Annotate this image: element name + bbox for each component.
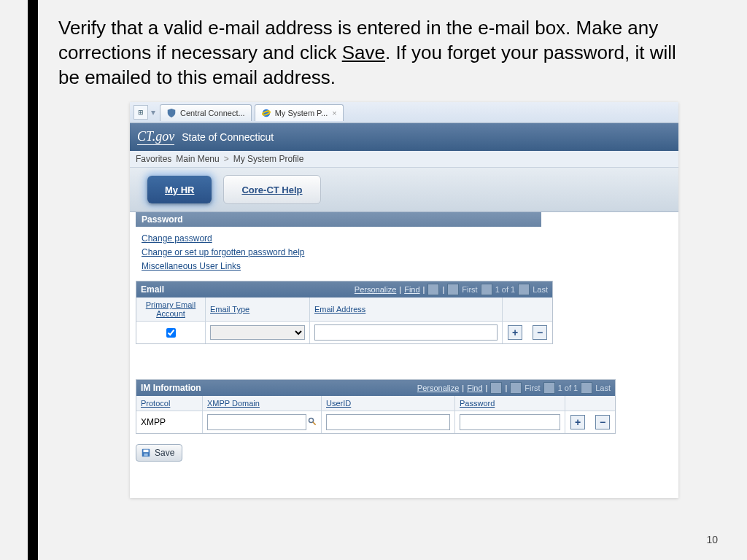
add-row-button[interactable]: + bbox=[508, 325, 522, 340]
im-grid-title: IM Information Personalize | Find | | Fi… bbox=[136, 380, 615, 396]
instruction-save: Save bbox=[342, 42, 385, 63]
nav-my-hr[interactable]: My HR bbox=[147, 176, 212, 203]
svg-rect-5 bbox=[144, 450, 149, 453]
im-grid-title-text: IM Information bbox=[141, 383, 201, 393]
link-change-password[interactable]: Change password bbox=[142, 233, 667, 244]
email-last-label[interactable]: Last bbox=[533, 285, 548, 294]
svg-point-2 bbox=[309, 419, 313, 423]
im-first-label[interactable]: First bbox=[525, 384, 540, 392]
svg-rect-6 bbox=[144, 454, 147, 456]
userid-input[interactable] bbox=[326, 414, 450, 430]
nav-help-label: Core-CT Help bbox=[241, 184, 302, 195]
next-icon[interactable] bbox=[518, 284, 530, 295]
email-grid-header: Primary Email Account Email Type Email A… bbox=[136, 298, 552, 322]
delete-row-button[interactable]: − bbox=[533, 325, 547, 340]
browser-tab-2[interactable]: My System P... × bbox=[255, 104, 344, 121]
im-password-input[interactable] bbox=[460, 414, 560, 430]
page-number: 10 bbox=[706, 534, 718, 545]
save-button-label: Save bbox=[155, 448, 174, 458]
email-page-label: 1 of 1 bbox=[495, 285, 516, 294]
email-address-input[interactable] bbox=[314, 324, 498, 341]
email-grid-title: Email Personalize | Find | | First 1 of … bbox=[136, 281, 552, 298]
im-last-label[interactable]: Last bbox=[595, 384, 611, 392]
col-email-address[interactable]: Email Address bbox=[314, 305, 365, 314]
nav-core-ct-help[interactable]: Core-CT Help bbox=[223, 175, 320, 204]
email-personalize-link[interactable]: Personalize bbox=[355, 285, 396, 294]
im-grid-row: XMPP + − bbox=[136, 411, 615, 433]
email-find-link[interactable]: Find bbox=[404, 285, 419, 294]
prev-icon[interactable] bbox=[543, 382, 555, 394]
breadcrumb: Favorites Main Menu > My System Profile bbox=[130, 151, 678, 168]
primary-email-checkbox[interactable] bbox=[166, 328, 176, 338]
lookup-icon[interactable] bbox=[308, 417, 317, 427]
im-grid: IM Information Personalize | Find | | Fi… bbox=[136, 379, 616, 434]
quick-tabs-icon[interactable]: ⊞ bbox=[133, 105, 148, 120]
zoom-icon[interactable] bbox=[427, 284, 439, 295]
email-grid-row: + − bbox=[136, 322, 552, 343]
protocol-value: XMPP bbox=[141, 417, 166, 427]
nav-row: My HR Core-CT Help bbox=[130, 168, 678, 212]
next-icon[interactable] bbox=[581, 382, 592, 394]
crumb-favorites[interactable]: Favorites bbox=[136, 154, 171, 164]
link-forgot-password-help[interactable]: Change or set up forgotten password help bbox=[142, 247, 667, 257]
browser-tab-1[interactable]: Central Connect... bbox=[160, 104, 252, 121]
col-xmpp-domain[interactable]: XMPP Domain bbox=[207, 399, 260, 408]
browser-tabstrip: ⊞ ▾ Central Connect... My System P... × bbox=[130, 102, 678, 123]
xmpp-domain-input[interactable] bbox=[207, 414, 306, 430]
save-button[interactable]: Save bbox=[136, 444, 182, 462]
shield-icon bbox=[166, 108, 177, 118]
email-grid-tools: Personalize | Find | | First 1 of 1 Last bbox=[355, 284, 548, 295]
col-protocol[interactable]: Protocol bbox=[141, 399, 170, 408]
crumb-sep: > bbox=[224, 154, 229, 164]
tab-2-label: My System P... bbox=[275, 109, 328, 117]
download-icon[interactable] bbox=[447, 284, 459, 295]
email-first-label[interactable]: First bbox=[462, 285, 477, 294]
crumb-current: My System Profile bbox=[233, 154, 304, 164]
app-header: CT.gov State of Connecticut bbox=[130, 123, 678, 151]
ct-gov-logo: CT.gov bbox=[137, 129, 174, 145]
col-email-type[interactable]: Email Type bbox=[210, 305, 249, 314]
col-password[interactable]: Password bbox=[460, 399, 495, 408]
im-page-label: 1 of 1 bbox=[558, 384, 578, 392]
col-userid[interactable]: UserID bbox=[326, 399, 351, 408]
save-icon bbox=[141, 448, 151, 458]
close-icon[interactable]: × bbox=[332, 109, 336, 117]
ie-icon bbox=[261, 108, 271, 118]
im-find-link[interactable]: Find bbox=[467, 384, 482, 392]
email-grid-title-text: Email bbox=[141, 284, 164, 295]
password-links: Change password Change or set up forgott… bbox=[136, 227, 673, 281]
crumb-main[interactable]: Main Menu bbox=[176, 154, 219, 164]
link-misc-user-links[interactable]: Miscellaneous User Links bbox=[142, 261, 667, 271]
slide-edge-strip bbox=[28, 0, 38, 560]
email-type-select[interactable] bbox=[210, 325, 305, 340]
nav-my-hr-label: My HR bbox=[165, 184, 194, 195]
tab-1-label: Central Connect... bbox=[180, 109, 245, 117]
password-section-title: Password bbox=[136, 212, 541, 227]
prev-icon[interactable] bbox=[481, 284, 492, 295]
header-title: State of Connecticut bbox=[182, 131, 274, 143]
delete-row-button[interactable]: − bbox=[595, 415, 610, 429]
im-personalize-link[interactable]: Personalize bbox=[417, 384, 459, 392]
app-screenshot: ⊞ ▾ Central Connect... My System P... × … bbox=[130, 102, 678, 498]
add-row-button[interactable]: + bbox=[570, 415, 585, 429]
im-grid-header: Protocol XMPP Domain UserID Password bbox=[136, 396, 615, 411]
password-section: Password Change password Change or set u… bbox=[136, 212, 673, 281]
zoom-icon[interactable] bbox=[490, 382, 502, 394]
instruction-text: Verify that a valid e-mail address is en… bbox=[58, 16, 693, 90]
email-grid: Email Personalize | Find | | First 1 of … bbox=[136, 281, 553, 344]
svg-line-3 bbox=[313, 422, 316, 425]
download-icon[interactable] bbox=[510, 382, 522, 394]
col-primary-email[interactable]: Primary Email Account bbox=[141, 300, 201, 318]
im-grid-tools: Personalize | Find | | First 1 of 1 Last bbox=[417, 382, 611, 394]
